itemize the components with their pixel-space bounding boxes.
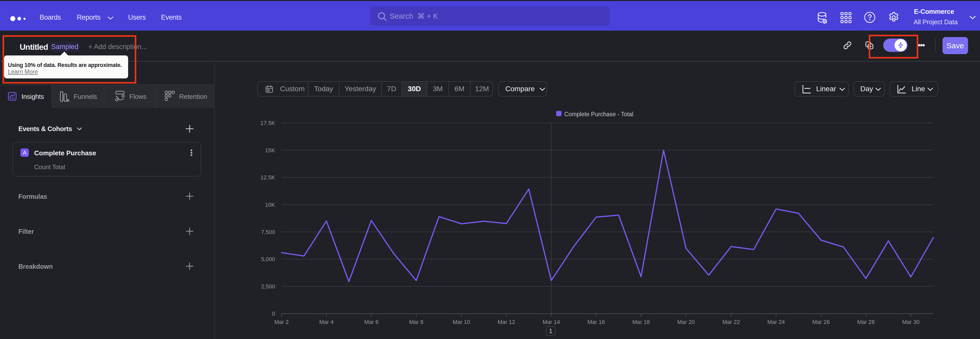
svg-text:15K: 15K — [265, 147, 275, 154]
svg-text:Mar 4: Mar 4 — [319, 319, 334, 325]
svg-text:Mar 20: Mar 20 — [677, 319, 695, 325]
svg-text:0: 0 — [272, 310, 275, 317]
svg-text:5,000: 5,000 — [261, 256, 275, 262]
svg-text:Mar 26: Mar 26 — [812, 319, 830, 325]
svg-text:Mar 28: Mar 28 — [857, 319, 875, 325]
svg-text:Mar 30: Mar 30 — [902, 319, 920, 325]
svg-text:Mar 8: Mar 8 — [409, 319, 423, 325]
svg-text:12.5K: 12.5K — [261, 174, 275, 181]
svg-text:2,500: 2,500 — [261, 283, 275, 290]
svg-text:7,500: 7,500 — [261, 229, 275, 235]
svg-text:10K: 10K — [265, 201, 275, 208]
svg-text:Mar 12: Mar 12 — [498, 319, 515, 325]
svg-text:Mar 6: Mar 6 — [364, 319, 379, 325]
svg-text:Mar 16: Mar 16 — [587, 319, 605, 325]
svg-text:17.5K: 17.5K — [261, 120, 275, 126]
svg-text:Mar 14: Mar 14 — [542, 319, 560, 325]
svg-text:Mar 10: Mar 10 — [453, 319, 470, 325]
svg-text:Mar 24: Mar 24 — [767, 319, 785, 325]
svg-text:Mar 22: Mar 22 — [722, 319, 740, 325]
svg-text:Mar 18: Mar 18 — [632, 319, 650, 325]
svg-text:Mar 2: Mar 2 — [274, 319, 289, 325]
